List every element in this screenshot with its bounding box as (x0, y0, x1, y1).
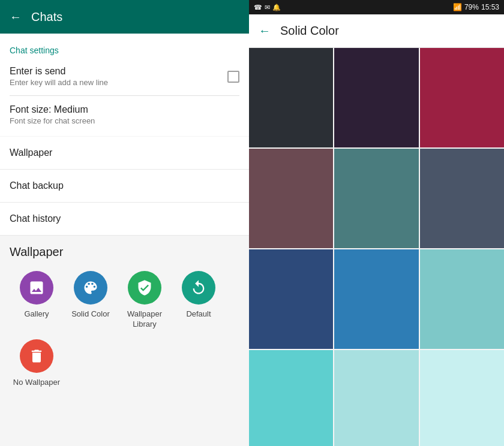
library-label: Wallpaper Library (118, 309, 172, 330)
default-icon-circle (182, 271, 215, 305)
color-cell-8[interactable] (420, 249, 504, 349)
color-cell-10[interactable] (334, 350, 418, 446)
color-cell-6[interactable] (249, 249, 333, 349)
enter-is-send-checkbox[interactable] (227, 71, 239, 83)
left-panel: ← Chats Chat settings Enter is send Ente… (0, 0, 249, 446)
no-wallpaper-icon (28, 348, 45, 364)
library-icon (136, 279, 153, 296)
enter-is-send-title: Enter is send (10, 66, 108, 77)
gallery-label: Gallery (24, 309, 49, 320)
color-cell-4[interactable] (334, 149, 418, 248)
chat-history-item[interactable]: Chat history (0, 203, 249, 236)
no-wallpaper-option[interactable]: No Wallpaper (10, 339, 64, 388)
color-cell-11[interactable] (420, 350, 504, 446)
solid-color-icon-circle (74, 271, 107, 305)
status-right: 📶 79% 15:53 (453, 3, 499, 11)
wallpaper-section-title: Wallpaper (10, 245, 239, 259)
wallpaper-options: Gallery Solid Color Wallpaper Library (10, 271, 239, 397)
default-label: Default (186, 309, 211, 320)
right-header: ← Solid Color (249, 14, 504, 48)
sound-icon: 🔔 (272, 4, 281, 11)
wallpaper-item[interactable]: Wallpaper (0, 137, 249, 170)
wallpaper-section: Wallpaper Gallery Solid Color (0, 236, 249, 446)
time-text: 15:53 (481, 3, 499, 11)
chats-title: Chats (31, 10, 62, 24)
gallery-icon (28, 279, 45, 296)
right-panel: ☎ ✉ 🔔 📶 79% 15:53 ← Solid Color (249, 0, 504, 446)
back-button[interactable]: ← (10, 10, 22, 24)
battery-text: 79% (464, 3, 479, 11)
status-bar: ☎ ✉ 🔔 📶 79% 15:53 (249, 0, 504, 14)
color-cell-7[interactable] (334, 249, 418, 349)
color-cell-0[interactable] (249, 48, 333, 147)
color-cell-9[interactable] (249, 350, 333, 446)
no-wallpaper-label: No Wallpaper (13, 378, 60, 388)
color-cell-5[interactable] (420, 149, 504, 248)
color-cell-3[interactable] (249, 149, 333, 248)
section-label: Chat settings (10, 41, 239, 58)
mail-icon: ✉ (265, 4, 270, 11)
font-size-title: Font size: Medium (10, 104, 95, 115)
solid-color-option[interactable]: Solid Color (64, 271, 118, 330)
sim-icon: ☎ (254, 4, 262, 11)
no-wallpaper-icon-circle (20, 339, 53, 373)
default-icon (190, 279, 207, 296)
gallery-icon-circle (20, 271, 53, 305)
font-size-subtitle: Font size for chat screen (10, 116, 95, 125)
solid-color-icon (82, 279, 99, 296)
solid-color-back-button[interactable]: ← (259, 24, 271, 38)
left-header: ← Chats (0, 0, 249, 34)
settings-section: Chat settings Enter is send Enter key wi… (0, 34, 249, 136)
solid-color-title: Solid Color (280, 24, 339, 38)
library-icon-circle (128, 271, 161, 305)
status-icons: ☎ ✉ 🔔 (254, 4, 281, 11)
solid-color-label: Solid Color (71, 309, 110, 320)
enter-is-send-item[interactable]: Enter is send Enter key will add a new l… (10, 58, 239, 96)
wifi-icon: 📶 (453, 3, 462, 11)
gallery-option[interactable]: Gallery (10, 271, 64, 330)
default-option[interactable]: Default (172, 271, 226, 330)
wallpaper-library-option[interactable]: Wallpaper Library (118, 271, 172, 330)
color-cell-1[interactable] (334, 48, 418, 147)
chat-backup-item[interactable]: Chat backup (0, 170, 249, 203)
enter-is-send-subtitle: Enter key will add a new line (10, 78, 108, 87)
color-grid (249, 48, 504, 446)
font-size-item[interactable]: Font size: Medium Font size for chat scr… (10, 96, 239, 134)
color-cell-2[interactable] (420, 48, 504, 147)
